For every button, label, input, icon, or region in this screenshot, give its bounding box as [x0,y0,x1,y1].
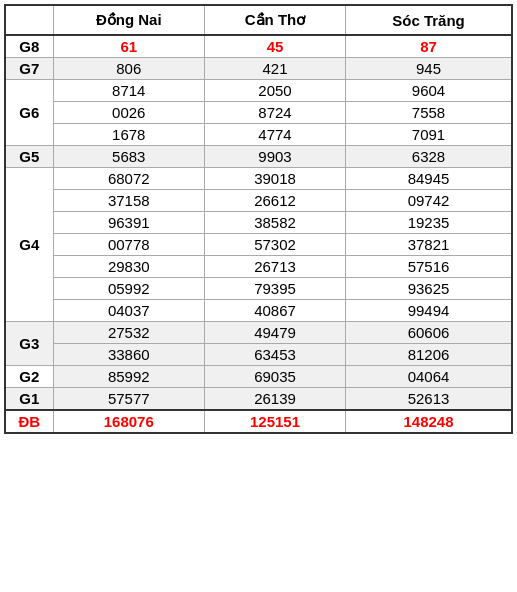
g4-cantho-2: 38582 [205,212,346,234]
db-row: ĐB 168076 125151 148248 [5,410,512,433]
g4-row-4: 29830 26713 57516 [5,256,512,278]
header-dongna: Đồng Nai [53,5,205,35]
g5-label: G5 [5,146,53,168]
g4-soctra-1: 09742 [346,190,512,212]
lottery-table: Đồng Nai Cần Thơ Sóc Trăng G8 61 45 87 G… [4,4,513,434]
g4-cantho-4: 26713 [205,256,346,278]
g1-dongna: 57577 [53,388,205,411]
g5-soctra: 6328 [346,146,512,168]
g3-cantho-1: 63453 [205,344,346,366]
g1-row: G1 57577 26139 52613 [5,388,512,411]
g5-cantho: 9903 [205,146,346,168]
g4-row-1: 37158 26612 09742 [5,190,512,212]
g4-soctra-2: 19235 [346,212,512,234]
g4-dongna-4: 29830 [53,256,205,278]
g8-row: G8 61 45 87 [5,35,512,58]
g2-dongna: 85992 [53,366,205,388]
g4-row-3: 00778 57302 37821 [5,234,512,256]
g4-row-5: 05992 79395 93625 [5,278,512,300]
g3-dongna-0: 27532 [53,322,205,344]
g8-soctra: 87 [346,35,512,58]
g8-label: G8 [5,35,53,58]
g4-cantho-0: 39018 [205,168,346,190]
g4-cantho-6: 40867 [205,300,346,322]
g5-dongna: 5683 [53,146,205,168]
g4-soctra-3: 37821 [346,234,512,256]
g7-soctra: 945 [346,58,512,80]
g6-dongna-1: 0026 [53,102,205,124]
g4-dongna-1: 37158 [53,190,205,212]
g6-dongna-0: 8714 [53,80,205,102]
g3-dongna-1: 33860 [53,344,205,366]
g1-soctra: 52613 [346,388,512,411]
g4-cantho-1: 26612 [205,190,346,212]
g6-row-0: G6 8714 2050 9604 [5,80,512,102]
g4-dongna-5: 05992 [53,278,205,300]
g6-label: G6 [5,80,53,146]
g6-cantho-0: 2050 [205,80,346,102]
g8-dongna: 61 [53,35,205,58]
g6-soctra-1: 7558 [346,102,512,124]
db-soctra: 148248 [346,410,512,433]
g3-row-0: G3 27532 49479 60606 [5,322,512,344]
g6-row-1: 0026 8724 7558 [5,102,512,124]
g2-soctra: 04064 [346,366,512,388]
g6-cantho-1: 8724 [205,102,346,124]
db-dongna: 168076 [53,410,205,433]
g1-label: G1 [5,388,53,411]
g3-soctra-0: 60606 [346,322,512,344]
g7-cantho: 421 [205,58,346,80]
g6-soctra-2: 7091 [346,124,512,146]
g4-dongna-3: 00778 [53,234,205,256]
g4-soctra-4: 57516 [346,256,512,278]
g4-dongna-0: 68072 [53,168,205,190]
g7-dongna: 806 [53,58,205,80]
g4-dongna-6: 04037 [53,300,205,322]
g8-cantho: 45 [205,35,346,58]
g3-row-1: 33860 63453 81206 [5,344,512,366]
g3-label: G3 [5,322,53,366]
g4-row-6: 04037 40867 99494 [5,300,512,322]
g3-soctra-1: 81206 [346,344,512,366]
g2-row: G2 85992 69035 04064 [5,366,512,388]
g4-cantho-3: 57302 [205,234,346,256]
g6-dongna-2: 1678 [53,124,205,146]
g4-label: G4 [5,168,53,322]
g7-label: G7 [5,58,53,80]
g4-soctra-5: 93625 [346,278,512,300]
header-empty [5,5,53,35]
g6-soctra-0: 9604 [346,80,512,102]
g2-label: G2 [5,366,53,388]
g4-cantho-5: 79395 [205,278,346,300]
g3-cantho-0: 49479 [205,322,346,344]
g4-soctra-0: 84945 [346,168,512,190]
g4-row-2: 96391 38582 19235 [5,212,512,234]
g4-soctra-6: 99494 [346,300,512,322]
header-cantho: Cần Thơ [205,5,346,35]
g4-dongna-2: 96391 [53,212,205,234]
g4-row-0: G4 68072 39018 84945 [5,168,512,190]
db-cantho: 125151 [205,410,346,433]
g6-row-2: 1678 4774 7091 [5,124,512,146]
db-label: ĐB [5,410,53,433]
g2-cantho: 69035 [205,366,346,388]
g6-cantho-2: 4774 [205,124,346,146]
g7-row: G7 806 421 945 [5,58,512,80]
header-soctra: Sóc Trăng [346,5,512,35]
g1-cantho: 26139 [205,388,346,411]
g5-row: G5 5683 9903 6328 [5,146,512,168]
